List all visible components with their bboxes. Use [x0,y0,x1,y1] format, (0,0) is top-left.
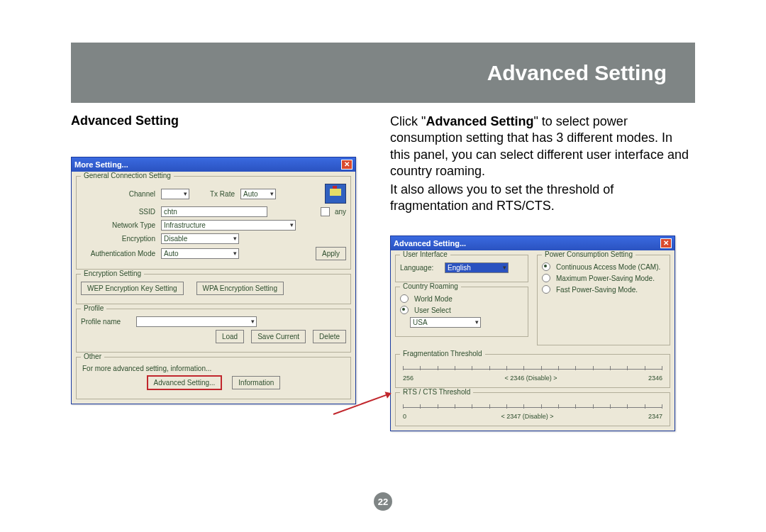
description-paragraph-2: It also allows you to set the threshold … [390,182,695,215]
section-title: Advanced Setting [71,113,369,128]
rts-value: < 2347 (Disable) > [501,413,553,420]
any-label: any [335,208,346,216]
fastpower-label: Fast Power-Saving Mode. [556,286,638,294]
cam-radio[interactable] [542,262,550,271]
group-title: Profile [81,304,106,312]
group-general: General Connection Setting Channel Tx Ra… [76,176,351,270]
wep-button[interactable]: WEP Encryption Key Setting [81,282,184,295]
ssid-input[interactable]: chtn [161,206,267,217]
enc-label: Encryption [81,235,158,243]
group-title: Power Consumption Setting [542,250,635,258]
user-select-label: User Select [414,306,451,314]
maxpower-radio[interactable] [542,274,550,282]
dialog-title: More Setting... [74,160,128,169]
txrate-label: Tx Rate [192,190,238,198]
load-button[interactable]: Load [216,330,244,343]
group-title: Country Roaming [400,282,461,290]
other-text: For more advanced setting, information..… [82,365,345,372]
group-country-roaming: Country Roaming World Mode User Select U… [395,287,528,337]
group-rts-cts: RTS / CTS Threshold 0 < 2347 (Disable) >… [395,392,670,426]
desc-bold: Advanced Setting [426,114,533,128]
group-title: RTS / CTS Threshold [400,388,473,396]
apply-button[interactable]: Apply [316,247,346,260]
language-select[interactable]: English [445,262,509,273]
group-fragmentation: Fragmentation Threshold 256 < 2346 (Disa… [395,354,670,388]
dialog-titlebar: Advanced Setting... ✕ [391,236,675,250]
save-button[interactable]: Save Current [251,330,306,343]
group-other: Other For more advanced setting, informa… [76,357,351,399]
country-select[interactable]: USA [410,317,481,328]
right-column: Click "Advanced Setting" to select power… [390,113,695,431]
group-user-interface: User Interface Language: English [395,255,528,282]
cam-label: Continuous Access Mode (CAM). [556,263,660,271]
any-checkbox[interactable] [321,207,330,216]
group-title: General Connection Setting [81,172,174,179]
information-button[interactable]: Information [232,376,280,389]
network-icon [325,184,346,204]
body-columns: Advanced Setting More Setting... ✕ Gener… [71,113,695,431]
more-setting-dialog: More Setting... ✕ General Connection Set… [71,157,356,404]
header-band: Advanced Setting [71,43,695,103]
frag-min: 256 [403,375,413,382]
advanced-setting-dialog: Advanced Setting... ✕ User Interface Lan… [390,235,675,431]
frag-value: < 2346 (Disable) > [504,375,557,382]
manual-page: Advanced Setting Advanced Setting More S… [0,0,766,532]
group-title: Other [81,353,104,360]
ssid-label: SSID [81,208,158,216]
group-encryption-setting: Encryption Setting WEP Encryption Key Se… [76,274,351,304]
description-paragraph-1: Click "Advanced Setting" to select power… [390,113,695,180]
group-title: Encryption Setting [81,270,144,277]
left-column: Advanced Setting More Setting... ✕ Gener… [71,113,369,431]
fragmentation-slider[interactable] [403,363,662,373]
wpa-button[interactable]: WPA Encryption Setting [196,282,284,295]
header-title: Advanced Setting [487,61,667,85]
world-mode-radio[interactable] [400,294,409,303]
user-select-radio[interactable] [400,306,409,314]
nettype-select[interactable]: Infrastructure [161,220,296,231]
close-icon[interactable]: ✕ [660,238,672,248]
group-power-consumption: Power Consumption Setting Continuous Acc… [537,255,670,345]
rts-max: 2347 [648,413,662,420]
enc-select[interactable]: Disable [161,233,239,244]
rts-min: 0 [403,413,406,420]
close-icon[interactable]: ✕ [341,160,353,170]
advanced-setting-button[interactable]: Advanced Setting... [147,375,223,390]
world-mode-label: World Mode [414,295,453,303]
rts-slider[interactable] [403,401,662,411]
profile-name-select[interactable] [136,316,257,327]
group-profile: Profile Profile name Load Save Current D… [76,309,351,353]
auth-label: Authentication Mode [81,250,158,257]
delete-button[interactable]: Delete [313,330,346,343]
page-number: 22 [374,492,392,511]
channel-label: Channel [81,190,158,198]
auth-select[interactable]: Auto [161,248,239,259]
profile-name-label: Profile name [81,318,133,326]
channel-select[interactable] [161,189,189,199]
group-title: Fragmentation Threshold [400,350,485,358]
frag-max: 2346 [648,375,662,382]
desc-text: Click " [390,114,426,128]
maxpower-label: Maximum Power-Saving Mode. [556,275,655,282]
fastpower-radio[interactable] [542,285,550,294]
dialog-titlebar: More Setting... ✕ [72,157,355,172]
txrate-select[interactable]: Auto [240,189,276,199]
group-title: User Interface [400,250,450,258]
language-label: Language: [400,264,442,272]
nettype-label: Network Type [81,221,158,229]
dialog-title: Advanced Setting... [394,239,466,248]
